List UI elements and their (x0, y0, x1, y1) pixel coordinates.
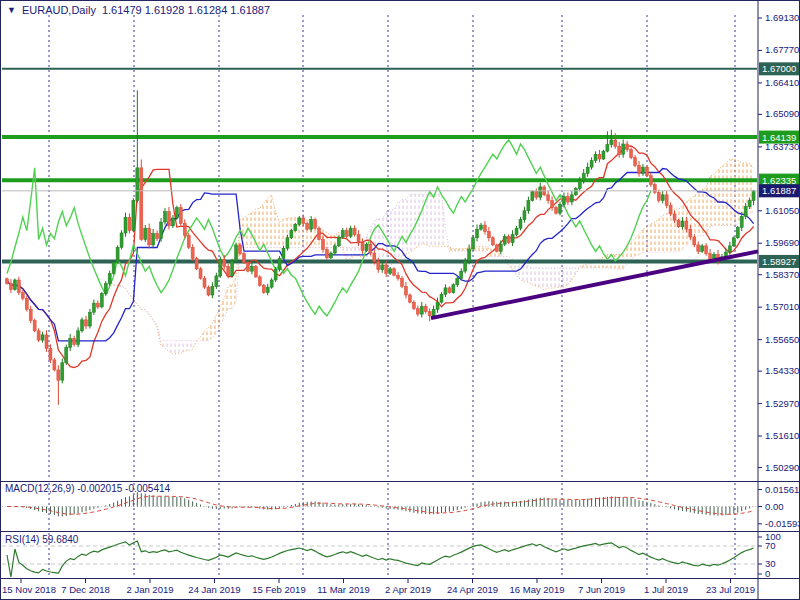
ohlc-values-label: 1.61479 1.61928 1.61284 1.61887 (102, 4, 270, 16)
price-tick-label: 1.57010 (765, 301, 799, 312)
rsi-name-label: RSI(14) (5, 534, 39, 545)
price-level-badge: 1.67000 (762, 63, 796, 74)
date-tick-label: 24 Jan 2019 (188, 584, 240, 595)
symbol-period-label: EURAUD,Daily (22, 4, 96, 16)
date-tick-label: 15 Nov 2018 (2, 584, 56, 595)
ichimoku-cloud-layer (110, 159, 754, 354)
macd-tick-label: 0.015616 (765, 484, 800, 495)
price-tick-label: 1.65090 (765, 108, 799, 119)
chart-canvas[interactable]: 1.691301.677701.664101.650901.637301.610… (1, 1, 800, 600)
chart-title: ▼ EURAUD,Daily 1.61479 1.61928 1.61284 1… (7, 4, 270, 16)
price-tick-label: 1.51610 (765, 430, 799, 441)
price-level-badge: 1.58927 (762, 256, 796, 267)
price-axis[interactable]: 1.691301.677701.664101.650901.637301.610… (758, 12, 800, 579)
date-tick-label: 11 Mar 2019 (317, 584, 370, 595)
price-tick-label: 1.55650 (765, 334, 799, 345)
macd-tick-label: 0.00 (765, 501, 784, 512)
price-tick-label: 1.69130 (765, 12, 799, 23)
chart-window: ▼ EURAUD,Daily 1.61479 1.61928 1.61284 1… (0, 0, 800, 600)
rsi-value-label: 59.6840 (42, 534, 78, 545)
price-tick-label: 1.59690 (765, 237, 799, 248)
rsi-tick-label: 70 (765, 540, 776, 551)
date-tick-label: 24 Apr 2019 (447, 584, 498, 595)
date-tick-label: 2 Apr 2019 (385, 584, 431, 595)
macd-tick-label: -0.015937 (765, 518, 800, 529)
price-tick-label: 1.66410 (765, 77, 799, 88)
panel-separators (1, 1, 800, 600)
macd-values-label: -0.002015 -0.005414 (77, 483, 170, 494)
price-tick-label: 1.67770 (765, 44, 799, 55)
date-tick-label: 7 Dec 2018 (61, 584, 110, 595)
date-tick-label: 16 May 2019 (510, 584, 565, 595)
rsi-panel (2, 541, 757, 577)
price-tick-label: 1.54330 (765, 365, 799, 376)
date-tick-label: 15 Feb 2019 (252, 584, 305, 595)
macd-name-label: MACD(12,26,9) (5, 483, 74, 494)
price-level-badge: 1.64139 (762, 132, 796, 143)
chart-marker-icon[interactable]: ▼ (7, 5, 16, 16)
date-tick-label: 1 Jul 2019 (644, 584, 688, 595)
price-tick-label: 1.52970 (765, 398, 799, 409)
rsi-tick-label: 0 (765, 568, 770, 579)
rsi-header: RSI(14) 59.6840 (5, 534, 78, 545)
date-tick-label: 2 Jan 2019 (126, 584, 173, 595)
date-tick-label: 7 Jun 2019 (578, 584, 625, 595)
price-tick-label: 1.61050 (765, 205, 799, 216)
macd-panel (2, 492, 757, 516)
price-tick-label: 1.50290 (765, 462, 799, 473)
price-level-badge: 1.61887 (762, 185, 796, 196)
price-tick-label: 1.58370 (765, 269, 799, 280)
price-level-badge: 1.62335 (762, 175, 796, 186)
time-axis[interactable]: 15 Nov 20187 Dec 20182 Jan 201924 Jan 20… (2, 579, 755, 595)
macd-header: MACD(12,26,9) -0.002015 -0.005414 (5, 483, 170, 494)
date-tick-label: 23 Jul 2019 (706, 584, 755, 595)
